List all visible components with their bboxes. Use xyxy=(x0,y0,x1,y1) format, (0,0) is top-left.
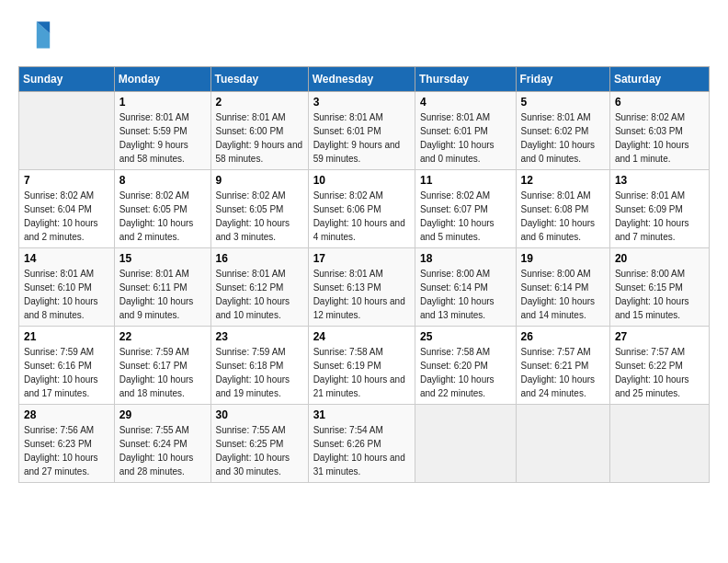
day-cell: 30Sunrise: 7:55 AMSunset: 6:25 PMDayligh… xyxy=(210,405,308,483)
day-info: Sunrise: 8:01 AMSunset: 6:12 PMDaylight:… xyxy=(216,267,303,322)
header-row: SundayMondayTuesdayWednesdayThursdayFrid… xyxy=(19,67,710,92)
day-number: 21 xyxy=(24,330,109,343)
day-number: 4 xyxy=(420,96,511,109)
day-info: Sunrise: 7:55 AMSunset: 6:24 PMDaylight:… xyxy=(119,423,206,478)
week-row-0: 1Sunrise: 8:01 AMSunset: 5:59 PMDaylight… xyxy=(19,92,710,170)
day-cell: 4Sunrise: 8:01 AMSunset: 6:01 PMDaylight… xyxy=(415,92,516,170)
day-cell xyxy=(609,405,709,483)
day-number: 22 xyxy=(119,330,206,343)
day-number: 23 xyxy=(216,330,303,343)
day-cell: 10Sunrise: 8:02 AMSunset: 6:06 PMDayligh… xyxy=(308,170,415,248)
day-number: 26 xyxy=(521,330,605,343)
day-info: Sunrise: 8:01 AMSunset: 6:10 PMDaylight:… xyxy=(24,267,109,322)
day-info: Sunrise: 8:02 AMSunset: 6:05 PMDaylight:… xyxy=(119,189,206,244)
day-cell: 28Sunrise: 7:56 AMSunset: 6:23 PMDayligh… xyxy=(19,405,115,483)
day-number: 27 xyxy=(615,330,704,343)
day-cell: 24Sunrise: 7:58 AMSunset: 6:19 PMDayligh… xyxy=(308,327,415,405)
logo-icon xyxy=(18,18,51,52)
day-number: 16 xyxy=(216,252,303,265)
week-row-4: 28Sunrise: 7:56 AMSunset: 6:23 PMDayligh… xyxy=(19,405,710,483)
day-number: 20 xyxy=(615,252,704,265)
day-info: Sunrise: 7:58 AMSunset: 6:19 PMDaylight:… xyxy=(313,345,410,400)
day-cell: 11Sunrise: 8:02 AMSunset: 6:07 PMDayligh… xyxy=(415,170,516,248)
header-cell-tuesday: Tuesday xyxy=(210,67,308,92)
day-info: Sunrise: 8:01 AMSunset: 6:11 PMDaylight:… xyxy=(119,267,206,322)
day-number: 3 xyxy=(313,96,410,109)
day-cell: 18Sunrise: 8:00 AMSunset: 6:14 PMDayligh… xyxy=(415,248,516,327)
day-cell: 17Sunrise: 8:01 AMSunset: 6:13 PMDayligh… xyxy=(308,248,415,327)
day-cell: 19Sunrise: 8:00 AMSunset: 6:14 PMDayligh… xyxy=(516,248,609,327)
logo xyxy=(18,18,57,52)
day-cell: 2Sunrise: 8:01 AMSunset: 6:00 PMDaylight… xyxy=(210,92,308,170)
day-cell xyxy=(19,92,115,170)
day-info: Sunrise: 8:02 AMSunset: 6:05 PMDaylight:… xyxy=(216,189,303,244)
day-info: Sunrise: 8:01 AMSunset: 6:01 PMDaylight:… xyxy=(313,110,410,166)
day-cell: 14Sunrise: 8:01 AMSunset: 6:10 PMDayligh… xyxy=(19,248,115,327)
day-cell: 7Sunrise: 8:02 AMSunset: 6:04 PMDaylight… xyxy=(19,170,115,248)
day-cell: 3Sunrise: 8:01 AMSunset: 6:01 PMDaylight… xyxy=(308,92,415,170)
day-info: Sunrise: 8:01 AMSunset: 6:09 PMDaylight:… xyxy=(615,189,704,244)
day-number: 1 xyxy=(119,96,206,109)
day-cell: 31Sunrise: 7:54 AMSunset: 6:26 PMDayligh… xyxy=(308,405,415,483)
day-cell: 22Sunrise: 7:59 AMSunset: 6:17 PMDayligh… xyxy=(114,327,210,405)
day-number: 13 xyxy=(615,174,704,187)
header-cell-sunday: Sunday xyxy=(19,67,115,92)
day-info: Sunrise: 7:59 AMSunset: 6:17 PMDaylight:… xyxy=(119,345,206,400)
day-info: Sunrise: 8:00 AMSunset: 6:14 PMDaylight:… xyxy=(521,267,605,322)
day-info: Sunrise: 7:59 AMSunset: 6:16 PMDaylight:… xyxy=(24,345,109,400)
day-cell: 21Sunrise: 7:59 AMSunset: 6:16 PMDayligh… xyxy=(19,327,115,405)
day-cell xyxy=(516,405,609,483)
day-info: Sunrise: 8:01 AMSunset: 6:01 PMDaylight:… xyxy=(420,110,511,166)
day-cell: 20Sunrise: 8:00 AMSunset: 6:15 PMDayligh… xyxy=(609,248,709,327)
day-info: Sunrise: 7:58 AMSunset: 6:20 PMDaylight:… xyxy=(420,345,511,400)
day-number: 12 xyxy=(521,174,605,187)
day-number: 15 xyxy=(119,252,206,265)
day-info: Sunrise: 7:57 AMSunset: 6:21 PMDaylight:… xyxy=(521,345,605,400)
day-info: Sunrise: 8:01 AMSunset: 5:59 PMDaylight:… xyxy=(119,110,206,166)
day-number: 2 xyxy=(216,96,303,109)
day-number: 14 xyxy=(24,252,109,265)
day-cell: 23Sunrise: 7:59 AMSunset: 6:18 PMDayligh… xyxy=(210,327,308,405)
day-info: Sunrise: 8:02 AMSunset: 6:04 PMDaylight:… xyxy=(24,189,109,244)
header-cell-saturday: Saturday xyxy=(609,67,709,92)
day-number: 28 xyxy=(24,408,109,421)
day-cell: 29Sunrise: 7:55 AMSunset: 6:24 PMDayligh… xyxy=(114,405,210,483)
day-info: Sunrise: 8:00 AMSunset: 6:14 PMDaylight:… xyxy=(420,267,511,322)
day-cell: 13Sunrise: 8:01 AMSunset: 6:09 PMDayligh… xyxy=(609,170,709,248)
day-cell: 1Sunrise: 8:01 AMSunset: 5:59 PMDaylight… xyxy=(114,92,210,170)
day-info: Sunrise: 8:01 AMSunset: 6:08 PMDaylight:… xyxy=(521,189,605,244)
day-number: 31 xyxy=(313,408,410,421)
day-cell: 15Sunrise: 8:01 AMSunset: 6:11 PMDayligh… xyxy=(114,248,210,327)
header-cell-monday: Monday xyxy=(114,67,210,92)
day-number: 24 xyxy=(313,330,410,343)
week-row-3: 21Sunrise: 7:59 AMSunset: 6:16 PMDayligh… xyxy=(19,327,710,405)
day-cell xyxy=(415,405,516,483)
day-number: 11 xyxy=(420,174,511,187)
day-number: 9 xyxy=(216,174,303,187)
calendar-table: SundayMondayTuesdayWednesdayThursdayFrid… xyxy=(18,66,710,483)
day-cell: 27Sunrise: 7:57 AMSunset: 6:22 PMDayligh… xyxy=(609,327,709,405)
header-cell-thursday: Thursday xyxy=(415,67,516,92)
day-number: 19 xyxy=(521,252,605,265)
day-cell: 9Sunrise: 8:02 AMSunset: 6:05 PMDaylight… xyxy=(210,170,308,248)
day-number: 10 xyxy=(313,174,410,187)
day-info: Sunrise: 8:02 AMSunset: 6:03 PMDaylight:… xyxy=(615,110,704,166)
day-info: Sunrise: 8:02 AMSunset: 6:07 PMDaylight:… xyxy=(420,189,511,244)
day-number: 30 xyxy=(216,408,303,421)
day-number: 29 xyxy=(119,408,206,421)
day-number: 25 xyxy=(420,330,511,343)
day-info: Sunrise: 8:00 AMSunset: 6:15 PMDaylight:… xyxy=(615,267,704,322)
week-row-2: 14Sunrise: 8:01 AMSunset: 6:10 PMDayligh… xyxy=(19,248,710,327)
day-cell: 26Sunrise: 7:57 AMSunset: 6:21 PMDayligh… xyxy=(516,327,609,405)
week-row-1: 7Sunrise: 8:02 AMSunset: 6:04 PMDaylight… xyxy=(19,170,710,248)
day-info: Sunrise: 8:01 AMSunset: 6:00 PMDaylight:… xyxy=(216,110,303,166)
day-info: Sunrise: 7:56 AMSunset: 6:23 PMDaylight:… xyxy=(24,423,109,478)
day-info: Sunrise: 7:59 AMSunset: 6:18 PMDaylight:… xyxy=(216,345,303,400)
day-number: 6 xyxy=(615,96,704,109)
day-info: Sunrise: 8:01 AMSunset: 6:13 PMDaylight:… xyxy=(313,267,410,322)
day-cell: 5Sunrise: 8:01 AMSunset: 6:02 PMDaylight… xyxy=(516,92,609,170)
day-number: 18 xyxy=(420,252,511,265)
day-info: Sunrise: 8:01 AMSunset: 6:02 PMDaylight:… xyxy=(521,110,605,166)
day-cell: 16Sunrise: 8:01 AMSunset: 6:12 PMDayligh… xyxy=(210,248,308,327)
day-info: Sunrise: 7:55 AMSunset: 6:25 PMDaylight:… xyxy=(216,423,303,478)
